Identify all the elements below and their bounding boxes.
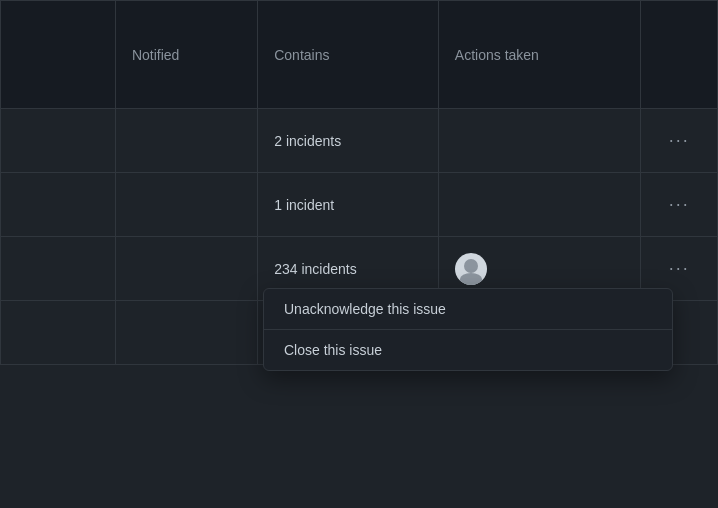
col-header-left-empty	[1, 1, 116, 109]
avatar	[455, 253, 487, 285]
row-2-notified	[115, 173, 257, 237]
row-3-more-button[interactable]: ···	[661, 254, 698, 283]
row-2-dots-cell: ···	[641, 173, 718, 237]
col-header-dots-empty	[641, 1, 718, 109]
row-1-notified	[115, 109, 257, 173]
row-2-contains: 1 incident	[258, 173, 439, 237]
row-1-actions	[438, 109, 641, 173]
row-3-left	[1, 237, 116, 301]
row-1-more-button[interactable]: ···	[661, 126, 698, 155]
table-row: 2 incidents ···	[1, 109, 718, 173]
row-3-notified	[115, 237, 257, 301]
table-row: 1 incident ···	[1, 173, 718, 237]
unacknowledge-issue-item[interactable]: Unacknowledge this issue	[264, 289, 672, 330]
row-2-left	[1, 173, 116, 237]
row-2-more-button[interactable]: ···	[661, 190, 698, 219]
col-header-actions-taken: Actions taken	[438, 1, 641, 109]
col-header-notified: Notified	[115, 1, 257, 109]
row-4-left	[1, 301, 116, 365]
close-issue-item[interactable]: Close this issue	[264, 330, 672, 370]
row-1-left	[1, 109, 116, 173]
row-2-actions	[438, 173, 641, 237]
row-1-contains: 2 incidents	[258, 109, 439, 173]
col-header-contains: Contains	[258, 1, 439, 109]
context-menu: Unacknowledge this issue Close this issu…	[263, 288, 673, 371]
row-1-dots-cell: ···	[641, 109, 718, 173]
row-4-notified	[115, 301, 257, 365]
